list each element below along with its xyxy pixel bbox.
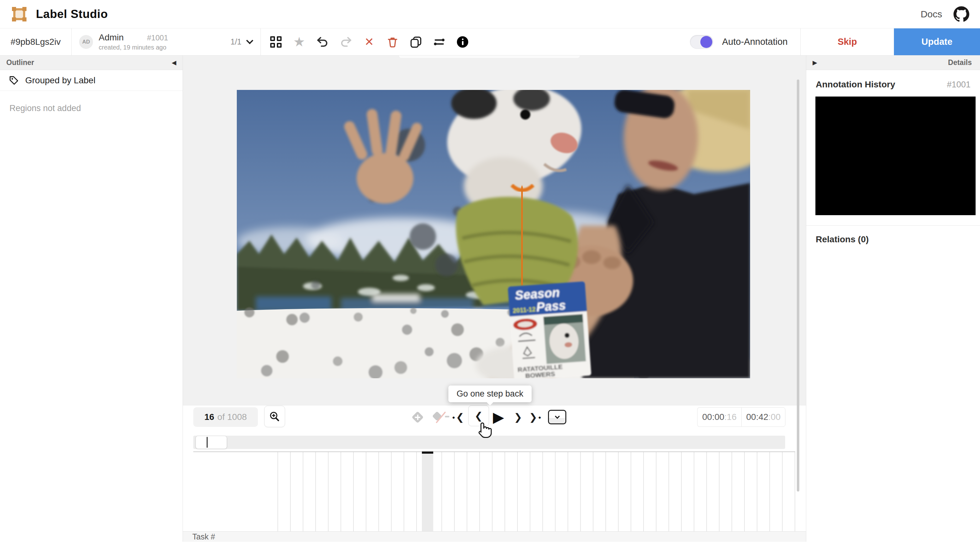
keypoint-add-icon xyxy=(412,411,423,423)
docs-link[interactable]: Docs xyxy=(921,9,942,19)
frame-total: of 1008 xyxy=(217,412,247,422)
task-id[interactable]: #9pb8Lgs2iv xyxy=(0,29,71,55)
playhead[interactable] xyxy=(422,452,433,532)
trash-icon xyxy=(387,36,399,48)
ground-truth-button[interactable]: ★ xyxy=(292,35,306,49)
annotation-history-title: Annotation History xyxy=(816,80,895,89)
annotation-counter[interactable]: 1/1 xyxy=(222,29,261,55)
badge-pass-text: Pass xyxy=(536,298,566,314)
relations-title: Relations (0) xyxy=(806,226,980,253)
undo-icon xyxy=(316,36,329,48)
label-studio-app: Label Studio Docs #9pb8Lgs2iv AD Admin #… xyxy=(0,0,980,542)
previous-frame-button[interactable]: ❮ xyxy=(468,405,489,426)
next-keypoint-button[interactable]: ❯ ● xyxy=(526,407,544,427)
chevron-left-icon: ❮ xyxy=(474,411,483,421)
timecode-display: 00:00:16 00:42:00 xyxy=(697,407,786,427)
seek-position-marker xyxy=(207,437,208,448)
timeline-ruler[interactable] xyxy=(193,451,795,532)
play-button[interactable]: ▶ xyxy=(490,407,507,427)
update-button[interactable]: Update xyxy=(894,29,980,55)
seek-viewport-handle[interactable] xyxy=(196,436,227,449)
chevron-left-icon: ❮ xyxy=(456,412,464,422)
auto-annotation-label: Auto-Annotation xyxy=(722,37,788,47)
label-studio-logo-icon xyxy=(11,6,28,23)
magnifier-plus-icon xyxy=(269,411,280,422)
star-icon: ★ xyxy=(293,35,305,49)
toggle-knob xyxy=(700,36,712,48)
info-button[interactable] xyxy=(456,35,469,49)
collapse-timeline-button[interactable] xyxy=(548,410,566,424)
outliner-panel: Outliner ◀ Grouped by Label Regions not … xyxy=(0,56,183,542)
chevron-down-icon xyxy=(555,414,560,419)
redo-button[interactable] xyxy=(339,35,353,49)
play-icon: ▶ xyxy=(493,410,504,424)
total-time: 00:42:00 xyxy=(741,407,786,427)
annotation-created: created, 19 minutes ago xyxy=(99,44,215,51)
annotator-name: Admin xyxy=(99,32,124,43)
player-controls-area: 16 of 1008 xyxy=(183,405,806,542)
relations-button[interactable] xyxy=(432,35,446,49)
frame-counter[interactable]: 16 of 1008 xyxy=(193,407,258,427)
outliner-title: Outliner xyxy=(6,58,34,67)
duplicate-icon xyxy=(410,36,422,48)
details-header: ▶ Details xyxy=(806,56,980,70)
frame-current[interactable]: 16 xyxy=(204,412,214,422)
task-toolbar: #9pb8Lgs2iv AD Admin #1001 created, 19 m… xyxy=(0,29,980,56)
timeline-task-row: Task # xyxy=(183,531,806,542)
app-title: Label Studio xyxy=(36,8,108,21)
details-title: Details xyxy=(948,58,974,67)
github-icon[interactable] xyxy=(953,6,969,22)
add-keypoint-button[interactable] xyxy=(410,407,425,427)
top-header: Label Studio Docs xyxy=(0,0,980,29)
annotation-history-id: #1001 xyxy=(947,80,970,89)
annotation-owner[interactable]: AD Admin #1001 created, 19 minutes ago xyxy=(72,29,222,55)
details-panel: ▶ Details Annotation History #1001 Relat… xyxy=(806,56,980,542)
relations-icon xyxy=(433,36,445,48)
undo-button[interactable] xyxy=(316,35,329,49)
grid-icon xyxy=(270,36,282,48)
regions-empty-message: Regions not added xyxy=(0,91,183,126)
zoom-in-button[interactable] xyxy=(264,406,285,427)
outliner-header: Outliner ◀ xyxy=(0,56,183,70)
task-row-label: Task # xyxy=(192,532,215,541)
interpolation-disabled-icon xyxy=(433,410,449,424)
chevron-right-icon: ❯ xyxy=(529,412,537,422)
group-by-selector[interactable]: Grouped by Label xyxy=(0,70,183,91)
skip-button[interactable]: Skip xyxy=(800,29,894,55)
tag-icon xyxy=(9,75,19,86)
video-frame[interactable]: Season Pass 2011-12 RATATOUILLE BOW xyxy=(237,90,750,378)
avatar: AD xyxy=(79,35,93,49)
keypoint-dot-icon: ● xyxy=(538,415,541,419)
auto-annotation-toggle[interactable] xyxy=(690,35,713,49)
info-icon xyxy=(457,36,468,48)
view-all-button[interactable] xyxy=(269,35,283,49)
seek-track[interactable] xyxy=(193,436,785,449)
annotation-history-preview[interactable] xyxy=(815,97,975,215)
vertical-scrollbar[interactable] xyxy=(797,80,799,491)
close-icon: ✕ xyxy=(364,36,374,48)
annotation-canvas: Season Pass 2011-12 RATATOUILLE BOW xyxy=(183,56,806,542)
toggle-interpolation-button[interactable] xyxy=(433,407,449,427)
group-by-label: Grouped by Label xyxy=(25,75,95,86)
chevron-down-icon xyxy=(246,37,253,44)
reset-button[interactable]: ✕ xyxy=(362,35,376,49)
expand-panel-icon[interactable]: ▶ xyxy=(813,60,817,65)
chevron-right-icon: ❯ xyxy=(514,412,522,422)
annotation-id: #1001 xyxy=(147,33,168,42)
duplicate-button[interactable] xyxy=(409,35,423,49)
current-time[interactable]: 00:00:16 xyxy=(697,407,741,427)
floating-toolbar-edge xyxy=(399,56,580,58)
next-frame-button[interactable]: ❯ xyxy=(511,407,525,427)
keypoint-dot-icon: ● xyxy=(452,415,455,419)
collapse-panel-icon[interactable]: ◀ xyxy=(172,60,176,65)
frame-ticks xyxy=(277,452,795,532)
previous-keypoint-button[interactable]: ● ❮ xyxy=(449,407,467,427)
redo-icon xyxy=(340,36,352,48)
delete-button[interactable] xyxy=(386,35,399,49)
tooltip: Go one step back xyxy=(449,386,531,402)
